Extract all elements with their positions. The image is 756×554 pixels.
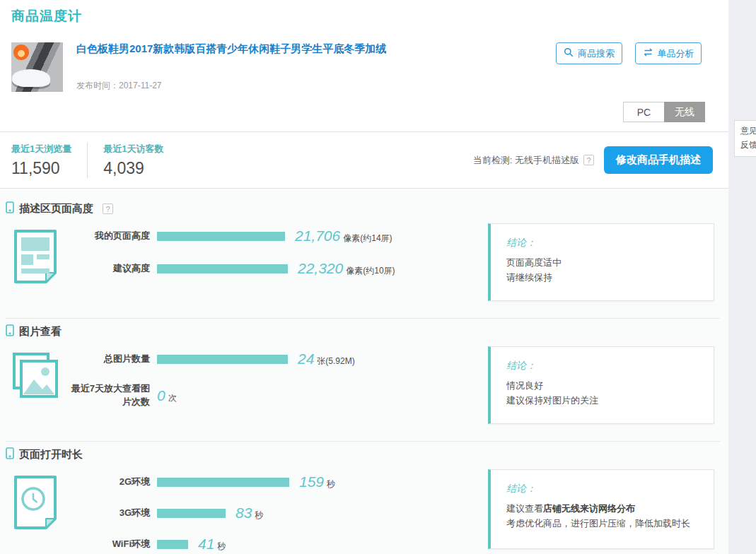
section-open-time-header: 页面打开时长 (0, 447, 728, 462)
stat-visitors: 最近1天访客数 4,039 (87, 143, 179, 178)
help-icon[interactable]: ? (583, 155, 594, 165)
page-height-rows: 我的页面高度 21,706 像素(约14屏) 建议高度 22,320 (71, 223, 410, 277)
bar-suggested-height (157, 264, 288, 273)
current-detect-label: 当前检测: 无线手机描述版 (473, 154, 579, 167)
report-sections: 描述区页面高度 ? (0, 189, 728, 554)
product-search-label: 商品搜索 (578, 47, 615, 60)
row-value: 41 秒 (198, 536, 226, 553)
main-content: 商品温度计 白色板鞋男2017新款韩版百搭青少年休闲鞋子男学生平底冬季加绒 发布… (0, 0, 728, 554)
product-thumbnail[interactable] (11, 42, 63, 92)
product-thermometer-page: 意见 反馈 商品温度计 白色板鞋男2017新款韩版百搭青少年休闲鞋子男学生平底冬… (0, 0, 756, 554)
section-image-view-title: 图片查看 (19, 325, 62, 338)
row-label: 总图片数量 (71, 353, 150, 366)
page-height-help-icon[interactable]: ? (103, 204, 113, 214)
stat-visitors-value: 4,039 (103, 159, 163, 178)
phone-icon (6, 201, 14, 216)
product-search-button[interactable]: 商品搜索 (556, 42, 622, 64)
conclusion-line: 考虑优化商品，进行图片压缩，降低加载时长 (506, 516, 699, 531)
product-header: 白色板鞋男2017新款韩版百搭青少年休闲鞋子男学生平底冬季加绒 发布时间：201… (11, 42, 717, 92)
image-view-rows: 总图片数量 24 张(5.92M) 最近7天放大查看图片次数 0 次 (71, 346, 410, 409)
bar-2g (157, 478, 289, 487)
bar-wifi (157, 540, 188, 549)
product-title-link[interactable]: 白色板鞋男2017新款韩版百搭青少年休闲鞋子男学生平底冬季加绒 (76, 42, 556, 55)
toggle-pc[interactable]: PC (623, 102, 664, 122)
swap-arrows-icon (643, 48, 653, 59)
section-open-time-body: 2G环境 159 秒 3G环境 83 秒 (0, 469, 728, 554)
conclusion-line: 情况良好 (506, 378, 699, 393)
conclusion-title: 结论： (506, 237, 699, 249)
conclusion-open-time: 结论： 建议查看店铺无线来访网络分布 考虑优化商品，进行图片压缩，降低加载时长 (488, 469, 714, 549)
section-open-time: 页面打开时长 2G环境 (0, 442, 728, 554)
phone-icon (6, 324, 14, 339)
section-page-height-header: 描述区页面高度 ? (0, 201, 728, 216)
search-icon (564, 47, 574, 59)
row-wifi: WiFi环境 41 秒 (71, 536, 410, 553)
conclusion-page-height: 结论： 页面高度适中 请继续保持 (488, 223, 714, 301)
open-time-rows: 2G环境 159 秒 3G环境 83 秒 (71, 469, 410, 554)
row-total-images: 总图片数量 24 张(5.92M) (71, 350, 410, 367)
feedback-tab-line1: 意见 (740, 124, 756, 138)
publish-date: 发布时间：2017-11-27 (76, 80, 556, 92)
row-label: 建议高度 (71, 262, 150, 276)
row-value: 22,320 像素(约10屏) (298, 260, 395, 277)
stat-views: 最近1天浏览量 11,590 (11, 143, 87, 178)
row-value: 21,706 像素(约14屏) (295, 228, 392, 244)
row-value: 83 秒 (235, 505, 263, 521)
row-zoom-views: 最近7天放大查看图片次数 0 次 (71, 382, 410, 409)
page-title: 商品温度计 (0, 0, 728, 25)
stat-views-label: 最近1天浏览量 (11, 143, 71, 155)
row-value: 0 次 (157, 387, 177, 404)
row-value: 159 秒 (299, 473, 335, 490)
stats-right: 当前检测: 无线手机描述版 ? 修改商品手机描述 (473, 146, 713, 174)
single-item-analysis-label: 单品分析 (658, 47, 694, 60)
section-page-height-body: 我的页面高度 21,706 像素(约14屏) 建议高度 22,320 (0, 223, 728, 301)
conclusion-image-view: 结论： 情况良好 建议保持对图片的关注 (488, 346, 714, 424)
conclusion-line: 建议保持对图片的关注 (506, 393, 699, 408)
section-page-height-title: 描述区页面高度 (19, 202, 93, 216)
hot-flame-badge-icon (13, 45, 29, 60)
row-3g: 3G环境 83 秒 (71, 505, 410, 521)
clock-document-illustration-icon (0, 469, 71, 530)
conclusion-line: 页面高度适中 (506, 255, 699, 270)
product-actions: 商品搜索 单品分析 (556, 42, 702, 92)
edit-mobile-description-button[interactable]: 修改商品手机描述 (604, 146, 713, 174)
feedback-tab[interactable]: 意见 反馈 (734, 120, 756, 157)
conclusion-title: 结论： (506, 360, 699, 372)
section-page-height: 描述区页面高度 ? (0, 196, 728, 319)
feedback-tab-line2: 反馈 (740, 138, 756, 153)
row-my-page-height: 我的页面高度 21,706 像素(约14屏) (71, 228, 410, 244)
row-label: 最近7天放大查看图片次数 (71, 382, 150, 409)
conclusion-line: 请继续保持 (506, 270, 699, 285)
photos-illustration-icon (0, 346, 71, 400)
toggle-wireless[interactable]: 无线 (664, 102, 705, 122)
bar-total-images (157, 355, 288, 364)
row-2g: 2G环境 159 秒 (71, 473, 410, 490)
section-open-time-title: 页面打开时长 (19, 448, 83, 461)
section-image-view-header: 图片查看 (0, 324, 728, 339)
conclusion-title: 结论： (506, 483, 699, 495)
stat-views-value: 11,590 (11, 159, 71, 178)
section-image-view-body: 总图片数量 24 张(5.92M) 最近7天放大查看图片次数 0 次 (0, 346, 728, 424)
stats-bar: 最近1天浏览量 11,590 最近1天访客数 4,039 当前检测: 无线手机描… (0, 131, 728, 189)
phone-icon (6, 447, 14, 462)
row-label: 3G环境 (71, 507, 150, 520)
shoe-image-shape (12, 69, 50, 87)
row-value: 24 张(5.92M) (298, 350, 355, 367)
row-suggested-height: 建议高度 22,320 像素(约10屏) (71, 260, 410, 277)
bar-my-page-height (157, 232, 285, 241)
single-item-analysis-button[interactable]: 单品分析 (635, 42, 702, 64)
platform-toggle-row: PC 无线 (0, 102, 705, 122)
section-image-view: 图片查看 总图片数量 (0, 319, 728, 442)
conclusion-line: 建议查看店铺无线来访网络分布 (506, 501, 699, 516)
row-label: 2G环境 (71, 476, 150, 489)
row-label: WiFi环境 (71, 538, 150, 551)
platform-toggle: PC 无线 (623, 102, 705, 122)
document-illustration-icon (0, 223, 71, 284)
product-info: 白色板鞋男2017新款韩版百搭青少年休闲鞋子男学生平底冬季加绒 发布时间：201… (76, 42, 556, 92)
stat-visitors-label: 最近1天访客数 (103, 143, 163, 155)
right-gutter (728, 0, 756, 554)
row-label: 我的页面高度 (71, 230, 150, 243)
bar-3g (157, 509, 226, 518)
